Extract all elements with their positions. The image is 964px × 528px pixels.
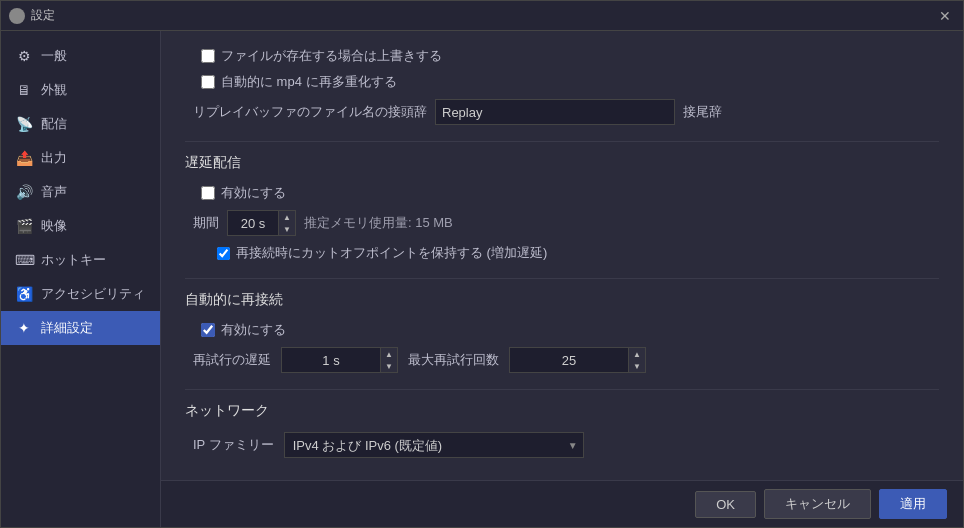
ok-button[interactable]: OK [695, 491, 756, 518]
period-spinbox-buttons: ▲ ▼ [279, 210, 296, 236]
max-retry-spinbox: ▲ ▼ [509, 347, 646, 373]
mp4-label: 自動的に mp4 に再多重化する [221, 73, 397, 91]
sidebar: ⚙ 一般 🖥 外観 📡 配信 📤 出力 🔊 音声 🎬 映像 [1, 31, 161, 527]
retry-delay-spinbox: ▲ ▼ [281, 347, 398, 373]
memory-label: 推定メモリ使用量: 15 MB [304, 214, 453, 232]
cancel-button[interactable]: キャンセル [764, 489, 871, 519]
settings-content: ファイルが存在する場合は上書きする 自動的に mp4 に再多重化する リプレイバ… [161, 31, 963, 480]
network-section: ネットワーク IP ファミリー IPv4 および IPv6 (既定値) IPv4… [185, 402, 939, 458]
max-retry-buttons: ▲ ▼ [629, 347, 646, 373]
retry-delay-increment-button[interactable]: ▲ [381, 348, 397, 360]
period-spinbox: ▲ ▼ [227, 210, 296, 236]
sidebar-item-advanced[interactable]: ✦ 詳細設定 [1, 311, 160, 345]
overwrite-row: ファイルが存在する場合は上書きする [201, 47, 939, 65]
network-title: ネットワーク [185, 402, 939, 420]
titlebar: 設定 ✕ [1, 1, 963, 31]
period-decrement-button[interactable]: ▼ [279, 223, 295, 235]
audio-icon: 🔊 [15, 184, 33, 200]
overwrite-checkbox[interactable] [201, 49, 215, 63]
reconnect-enable-row: 有効にする [201, 321, 939, 339]
period-input[interactable] [227, 210, 279, 236]
sidebar-label-output: 出力 [41, 149, 67, 167]
mp4-checkbox[interactable] [201, 75, 215, 89]
titlebar-left: 設定 [9, 7, 55, 24]
monitor-icon: 🖥 [15, 82, 33, 98]
close-button[interactable]: ✕ [935, 6, 955, 26]
settings-window: 設定 ✕ ⚙ 一般 🖥 外観 📡 配信 📤 出力 🔊 [0, 0, 964, 528]
accessibility-icon: ♿ [15, 286, 33, 302]
sidebar-item-stream[interactable]: 📡 配信 [1, 107, 160, 141]
max-retry-label: 最大再試行回数 [408, 351, 499, 369]
reconnect-cutoff-label: 再接続時にカットオフポイントを保持する (増加遅延) [236, 244, 547, 262]
retry-delay-label: 再試行の遅延 [193, 351, 271, 369]
max-retry-input[interactable] [509, 347, 629, 373]
sidebar-label-accessibility: アクセシビリティ [41, 285, 145, 303]
advanced-icon: ✦ [15, 320, 33, 336]
auto-reconnect-title: 自動的に再接続 [185, 291, 939, 309]
prefix-label: リプレイバッファのファイル名の接頭辞 [193, 103, 427, 121]
period-increment-button[interactable]: ▲ [279, 211, 295, 223]
ip-family-label: IP ファミリー [193, 436, 274, 454]
prefix-row: リプレイバッファのファイル名の接頭辞 接尾辞 [193, 99, 939, 125]
content-area: ⚙ 一般 🖥 外観 📡 配信 📤 出力 🔊 音声 🎬 映像 [1, 31, 963, 527]
sidebar-item-general[interactable]: ⚙ 一般 [1, 39, 160, 73]
gear-icon: ⚙ [15, 48, 33, 64]
reconnect-enable-label: 有効にする [221, 321, 286, 339]
sidebar-label-appearance: 外観 [41, 81, 67, 99]
retry-delay-input[interactable] [281, 347, 381, 373]
sidebar-label-advanced: 詳細設定 [41, 319, 93, 337]
delay-section-title: 遅延配信 [185, 154, 939, 172]
reconnect-enable-checkbox[interactable] [201, 323, 215, 337]
ip-family-select[interactable]: IPv4 および IPv6 (既定値) IPv4 のみ IPv6 のみ [284, 432, 584, 458]
ip-family-row: IP ファミリー IPv4 および IPv6 (既定値) IPv4 のみ IPv… [193, 432, 939, 458]
reconnect-cutoff-row: 再接続時にカットオフポイントを保持する (増加遅延) [217, 244, 939, 262]
delay-enable-label: 有効にする [221, 184, 286, 202]
sidebar-item-appearance[interactable]: 🖥 外観 [1, 73, 160, 107]
period-label: 期間 [193, 214, 219, 232]
delay-enable-row: 有効にする [201, 184, 939, 202]
retry-delay-buttons: ▲ ▼ [381, 347, 398, 373]
sidebar-label-stream: 配信 [41, 115, 67, 133]
video-icon: 🎬 [15, 218, 33, 234]
mp4-row: 自動的に mp4 に再多重化する [201, 73, 939, 91]
max-retry-increment-button[interactable]: ▲ [629, 348, 645, 360]
delay-section: 遅延配信 有効にする 期間 ▲ ▼ [185, 154, 939, 262]
sidebar-item-video[interactable]: 🎬 映像 [1, 209, 160, 243]
replay-top-section: ファイルが存在する場合は上書きする 自動的に mp4 に再多重化する リプレイバ… [185, 47, 939, 125]
period-row: 期間 ▲ ▼ 推定メモリ使用量: 15 MB [193, 210, 939, 236]
stream-icon: 📡 [15, 116, 33, 132]
auto-reconnect-section: 自動的に再接続 有効にする 再試行の遅延 ▲ ▼ [185, 291, 939, 373]
prefix-input[interactable] [435, 99, 675, 125]
max-retry-decrement-button[interactable]: ▼ [629, 360, 645, 372]
sidebar-item-accessibility[interactable]: ♿ アクセシビリティ [1, 277, 160, 311]
window-title: 設定 [31, 7, 55, 24]
output-icon: 📤 [15, 150, 33, 166]
keyboard-icon: ⌨ [15, 252, 33, 268]
app-icon [9, 8, 25, 24]
footer: OK キャンセル 適用 [161, 480, 963, 527]
sidebar-label-hotkeys: ホットキー [41, 251, 106, 269]
delay-enable-checkbox[interactable] [201, 186, 215, 200]
retry-row: 再試行の遅延 ▲ ▼ 最大再試行回数 ▲ [193, 347, 939, 373]
overwrite-label: ファイルが存在する場合は上書きする [221, 47, 442, 65]
sidebar-label-video: 映像 [41, 217, 67, 235]
sidebar-label-general: 一般 [41, 47, 67, 65]
reconnect-cutoff-checkbox[interactable] [217, 247, 230, 260]
sidebar-label-audio: 音声 [41, 183, 67, 201]
sidebar-item-audio[interactable]: 🔊 音声 [1, 175, 160, 209]
separator-2 [185, 278, 939, 279]
apply-button[interactable]: 適用 [879, 489, 947, 519]
separator-1 [185, 141, 939, 142]
sidebar-item-output[interactable]: 📤 出力 [1, 141, 160, 175]
suffix-label: 接尾辞 [683, 103, 722, 121]
main-panel: ファイルが存在する場合は上書きする 自動的に mp4 に再多重化する リプレイバ… [161, 31, 963, 527]
ip-family-select-wrapper: IPv4 および IPv6 (既定値) IPv4 のみ IPv6 のみ ▼ [284, 432, 584, 458]
separator-3 [185, 389, 939, 390]
retry-delay-decrement-button[interactable]: ▼ [381, 360, 397, 372]
sidebar-item-hotkeys[interactable]: ⌨ ホットキー [1, 243, 160, 277]
